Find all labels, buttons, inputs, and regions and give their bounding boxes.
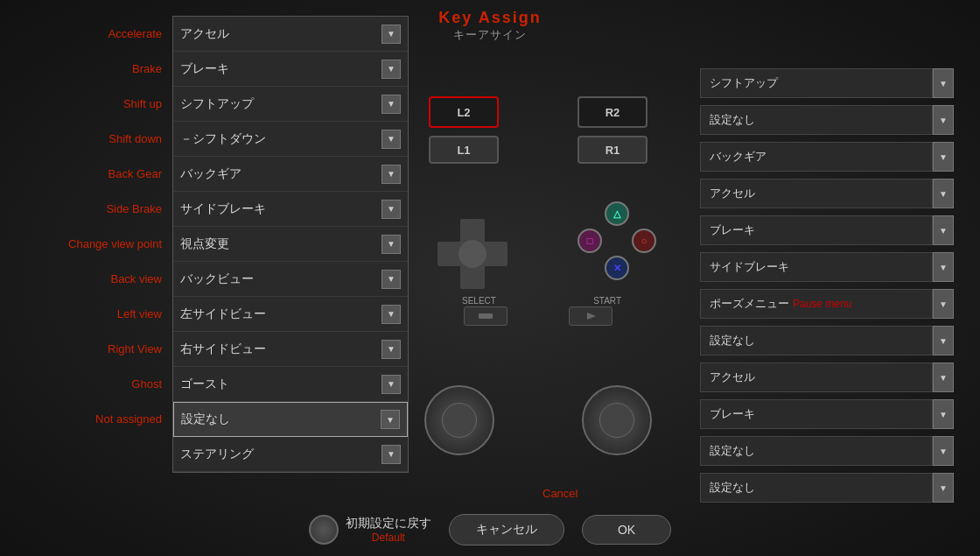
- dropdown-arrow-4[interactable]: ▼: [382, 165, 401, 184]
- right-label-7: 設定なし: [700, 326, 933, 355]
- right-arrow-btn-1[interactable]: ▼: [933, 105, 954, 135]
- reset-icon: [309, 515, 339, 545]
- dropdown-item-5[interactable]: サイドブレーキ ▼: [173, 192, 408, 227]
- dropdown-arrow-10[interactable]: ▼: [382, 375, 401, 394]
- controller-diagram: L2 R2 L1 R1 △ ✕ □ ○ SELECT START: [402, 70, 674, 482]
- dropdown-arrow-6[interactable]: ▼: [382, 235, 401, 254]
- dropdown-item-3[interactable]: －シフトダウン ▼: [173, 122, 408, 157]
- right-label-9: ブレーキ: [700, 399, 933, 429]
- right-label-0: シフトアップ: [700, 68, 933, 98]
- left-analog-inner: [442, 403, 477, 438]
- right-row-11: 設定なし ▼: [700, 470, 954, 505]
- dropdown-item-8[interactable]: 左サイドビュー ▼: [173, 297, 408, 332]
- right-arrow-btn-10[interactable]: ▼: [933, 436, 954, 466]
- right-label-10: 設定なし: [700, 436, 933, 466]
- dropdown-item-9[interactable]: 右サイドビュー ▼: [173, 332, 408, 367]
- face-buttons: △ ✕ □ ○: [578, 201, 656, 280]
- right-arrow-btn-2[interactable]: ▼: [933, 142, 954, 172]
- select-button[interactable]: [464, 306, 508, 326]
- right-analog-inner: [599, 403, 634, 438]
- right-row-5: サイドブレーキ ▼: [700, 250, 954, 285]
- right-row-8: アクセル ▼: [700, 360, 954, 395]
- l1-button[interactable]: L1: [429, 136, 499, 164]
- dropdown-arrow-8[interactable]: ▼: [382, 305, 401, 324]
- right-analog[interactable]: [582, 385, 652, 455]
- right-row-7: 設定なし ▼: [700, 323, 954, 358]
- right-row-1: 設定なし ▼: [700, 102, 954, 137]
- right-row-2: バックギア ▼: [700, 139, 954, 174]
- dropdown-item-2[interactable]: シフトアップ ▼: [173, 87, 408, 122]
- label-back-view: Back view: [0, 261, 171, 296]
- label-shift-up: Shift up: [0, 86, 171, 121]
- right-label-4: ブレーキ: [700, 215, 933, 245]
- label-right-view: Right View: [0, 331, 171, 366]
- r1-button[interactable]: R1: [578, 136, 648, 164]
- ok-button[interactable]: OK: [582, 515, 671, 545]
- right-row-3: アクセル ▼: [700, 176, 954, 211]
- dropdown-item-4[interactable]: バックギア ▼: [173, 157, 408, 192]
- label-left-view: Left view: [0, 296, 171, 331]
- label-shift-down: Shift down: [0, 121, 171, 156]
- right-arrow-btn-8[interactable]: ▼: [933, 362, 954, 392]
- right-label-11: 設定なし: [700, 473, 933, 503]
- dropdown-item-12[interactable]: ステアリング ▼: [173, 437, 408, 472]
- dropdown-arrow-1[interactable]: ▼: [382, 60, 401, 79]
- cross-button[interactable]: ✕: [605, 256, 629, 280]
- label-brake: Brake: [0, 51, 171, 86]
- dropdown-item-10[interactable]: ゴースト ▼: [173, 367, 408, 402]
- dropdown-list: アクセル ▼ ブレーキ ▼ シフトアップ ▼ －シフトダウン ▼ バックギア ▼…: [172, 16, 409, 473]
- right-arrow-btn-9[interactable]: ▼: [933, 399, 954, 429]
- bottom-bar: 初期設定に戻す Default キャンセル OK: [0, 514, 980, 545]
- right-row-6: ポーズメニュー Pause menu ▼: [700, 286, 954, 321]
- label-ghost: Ghost: [0, 366, 171, 401]
- label-side-brake: Side Brake: [0, 191, 171, 226]
- right-arrow-btn-7[interactable]: ▼: [933, 326, 954, 355]
- label-accelerate: Accelerate: [0, 16, 171, 51]
- dropdown-arrow-11[interactable]: ▼: [381, 410, 400, 429]
- triangle-button[interactable]: △: [605, 201, 629, 226]
- dpad: [438, 219, 508, 289]
- square-button[interactable]: □: [578, 229, 602, 253]
- right-arrow-btn-5[interactable]: ▼: [933, 252, 954, 282]
- label-back-gear: Back Gear: [0, 156, 171, 191]
- select-label: SELECT: [462, 296, 496, 306]
- r2-button[interactable]: R2: [578, 96, 648, 128]
- right-arrow-btn-4[interactable]: ▼: [933, 215, 954, 245]
- right-label-2: バックギア: [700, 142, 933, 172]
- start-button[interactable]: [569, 306, 612, 326]
- right-row-9: ブレーキ ▼: [700, 397, 954, 432]
- right-panel: シフトアップ ▼ 設定なし ▼ バックギア ▼ アクセル ▼ ブレーキ ▼ サイ…: [700, 66, 954, 507]
- right-arrow-btn-11[interactable]: ▼: [933, 473, 954, 503]
- cancel-button[interactable]: キャンセル: [449, 514, 564, 545]
- dropdown-arrow-2[interactable]: ▼: [382, 95, 401, 114]
- pause-menu-label: Pause menu: [793, 298, 851, 310]
- dropdown-item-0[interactable]: アクセル ▼: [173, 17, 408, 52]
- dropdown-item-11[interactable]: 設定なし ▼: [173, 402, 408, 437]
- dropdown-arrow-9[interactable]: ▼: [382, 340, 401, 359]
- right-row-10: 設定なし ▼: [700, 433, 954, 468]
- right-arrow-btn-0[interactable]: ▼: [933, 68, 954, 98]
- left-analog[interactable]: [424, 385, 494, 455]
- reset-button[interactable]: 初期設定に戻す Default: [309, 515, 431, 545]
- l2-button[interactable]: L2: [429, 96, 499, 128]
- reset-label: 初期設定に戻す: [346, 516, 431, 531]
- dropdown-arrow-3[interactable]: ▼: [382, 130, 401, 149]
- dropdown-arrow-0[interactable]: ▼: [382, 25, 401, 44]
- svg-marker-1: [587, 313, 596, 320]
- dropdown-item-6[interactable]: 視点変更 ▼: [173, 227, 408, 262]
- dropdown-item-7[interactable]: バックビュー ▼: [173, 262, 408, 297]
- right-arrow-btn-6[interactable]: ▼: [933, 289, 954, 319]
- dropdown-item-1[interactable]: ブレーキ ▼: [173, 52, 408, 87]
- dpad-center: [458, 240, 486, 268]
- dropdown-arrow-7[interactable]: ▼: [382, 270, 401, 289]
- label-not-assigned: Not assigned: [0, 401, 171, 436]
- right-row-0: シフトアップ ▼: [700, 66, 954, 101]
- right-arrow-btn-3[interactable]: ▼: [933, 179, 954, 208]
- label-change-view: Change view point: [0, 226, 171, 261]
- dropdown-arrow-12[interactable]: ▼: [382, 445, 401, 464]
- dropdown-arrow-5[interactable]: ▼: [382, 200, 401, 219]
- cancel-label: Cancel: [542, 487, 578, 500]
- right-row-4: ブレーキ ▼: [700, 213, 954, 248]
- circle-button[interactable]: ○: [632, 229, 656, 253]
- default-label: Default: [372, 531, 405, 544]
